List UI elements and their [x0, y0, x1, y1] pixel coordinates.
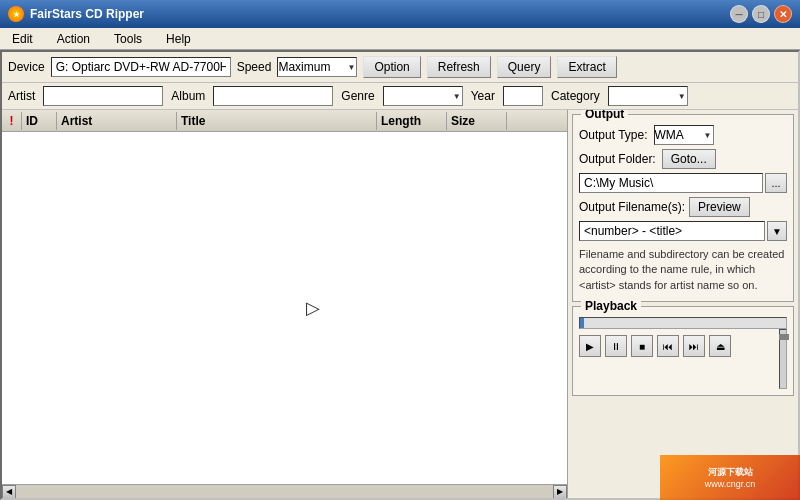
filename-input-row: ▼ [579, 221, 787, 241]
artist-input[interactable] [43, 86, 163, 106]
info-row: Artist Album Genre Rock Pop Jazz ▼ Year … [2, 83, 798, 110]
watermark: 河源下载站 www.cngr.cn [660, 455, 800, 500]
speed-label: Speed [237, 60, 272, 74]
category-label: Category [551, 89, 600, 103]
scroll-right-button[interactable]: ▶ [553, 485, 567, 499]
device-label: Device [8, 60, 45, 74]
menu-bar: Edit Action Tools Help [0, 28, 800, 50]
header-exclaim: ! [2, 112, 22, 130]
playback-controls: ▶ ⏸ ■ ⏮ ⏭ ⏏ [579, 335, 731, 357]
right-panel: Output Output Type: WMA MP3 OGG FLAC WAV… [568, 110, 798, 498]
window-title: FairStars CD Ripper [30, 7, 144, 21]
goto-button[interactable]: Goto... [662, 149, 716, 169]
header-length: Length [377, 112, 447, 130]
close-button[interactable]: ✕ [774, 5, 792, 23]
filename-dropdown-button[interactable]: ▼ [767, 221, 787, 241]
output-folder-label-row: Output Folder: Goto... [579, 149, 787, 169]
genre-select-wrapper[interactable]: Rock Pop Jazz ▼ [383, 86, 463, 106]
scroll-left-button[interactable]: ◀ [2, 485, 16, 499]
genre-label: Genre [341, 89, 374, 103]
scroll-track[interactable] [16, 485, 553, 499]
output-type-select[interactable]: WMA MP3 OGG FLAC WAV [654, 125, 714, 145]
header-title: Title [177, 112, 377, 130]
progress-bar-fill [580, 318, 584, 328]
output-folder-row: ... [579, 173, 787, 193]
prev-button[interactable]: ⏮ [657, 335, 679, 357]
menu-tools[interactable]: Tools [108, 30, 148, 48]
query-button[interactable]: Query [497, 56, 552, 78]
next-button[interactable]: ⏭ [683, 335, 705, 357]
minimize-button[interactable]: ─ [730, 5, 748, 23]
playback-title: Playback [581, 299, 641, 313]
play-button[interactable]: ▶ [579, 335, 601, 357]
year-label: Year [471, 89, 495, 103]
genre-select[interactable]: Rock Pop Jazz [383, 86, 463, 106]
playback-panel: Playback ▶ ⏸ ■ ⏮ ⏭ ⏏ [572, 306, 794, 396]
output-type-select-wrapper[interactable]: WMA MP3 OGG FLAC WAV ▼ [654, 125, 714, 145]
filename-label-row: Output Filename(s): Preview [579, 197, 787, 217]
track-list: ! ID Artist Title Length Size ▷ ◀ ▶ [2, 110, 568, 498]
eject-button[interactable]: ⏏ [709, 335, 731, 357]
playback-progress-bar[interactable] [579, 317, 787, 329]
option-button[interactable]: Option [363, 56, 420, 78]
device-input[interactable] [51, 57, 231, 77]
cursor-indicator: ▷ [306, 297, 320, 319]
category-select[interactable] [608, 86, 688, 106]
stop-button[interactable]: ■ [631, 335, 653, 357]
volume-slider[interactable] [779, 329, 787, 389]
filename-label: Output Filename(s): [579, 200, 685, 214]
speed-select[interactable]: Maximum 16x 12x 8x [277, 57, 357, 77]
header-size: Size [447, 112, 507, 130]
output-panel: Output Output Type: WMA MP3 OGG FLAC WAV… [572, 114, 794, 302]
menu-action[interactable]: Action [51, 30, 96, 48]
menu-edit[interactable]: Edit [6, 30, 39, 48]
title-bar: ★ FairStars CD Ripper ─ □ ✕ [0, 0, 800, 28]
header-id: ID [22, 112, 57, 130]
track-list-header: ! ID Artist Title Length Size [2, 110, 567, 132]
speed-select-wrapper[interactable]: Maximum 16x 12x 8x ▼ [277, 57, 357, 77]
output-panel-title: Output [581, 110, 628, 121]
app-icon: ★ [8, 6, 24, 22]
volume-thumb [779, 334, 789, 340]
category-select-wrapper[interactable]: ▼ [608, 86, 688, 106]
main-window: Device Speed Maximum 16x 12x 8x ▼ Option… [0, 50, 800, 500]
album-label: Album [171, 89, 205, 103]
preview-button[interactable]: Preview [689, 197, 750, 217]
pause-button[interactable]: ⏸ [605, 335, 627, 357]
artist-label: Artist [8, 89, 35, 103]
extract-button[interactable]: Extract [557, 56, 616, 78]
content-area: ! ID Artist Title Length Size ▷ ◀ ▶ Outp… [2, 110, 798, 498]
browse-button[interactable]: ... [765, 173, 787, 193]
toolbar-row: Device Speed Maximum 16x 12x 8x ▼ Option… [2, 52, 798, 83]
filename-pattern-input[interactable] [579, 221, 765, 241]
output-type-row: Output Type: WMA MP3 OGG FLAC WAV ▼ [579, 125, 787, 145]
header-artist: Artist [57, 112, 177, 130]
title-bar-left: ★ FairStars CD Ripper [8, 6, 144, 22]
menu-help[interactable]: Help [160, 30, 197, 48]
output-folder-input[interactable] [579, 173, 763, 193]
maximize-button[interactable]: □ [752, 5, 770, 23]
output-folder-label: Output Folder: [579, 152, 656, 166]
refresh-button[interactable]: Refresh [427, 56, 491, 78]
track-body[interactable]: ▷ [2, 132, 567, 484]
title-controls: ─ □ ✕ [730, 5, 792, 23]
year-input[interactable] [503, 86, 543, 106]
album-input[interactable] [213, 86, 333, 106]
horizontal-scrollbar[interactable]: ◀ ▶ [2, 484, 567, 498]
output-type-label: Output Type: [579, 128, 648, 142]
filename-help-text: Filename and subdirectory can be created… [579, 247, 787, 293]
